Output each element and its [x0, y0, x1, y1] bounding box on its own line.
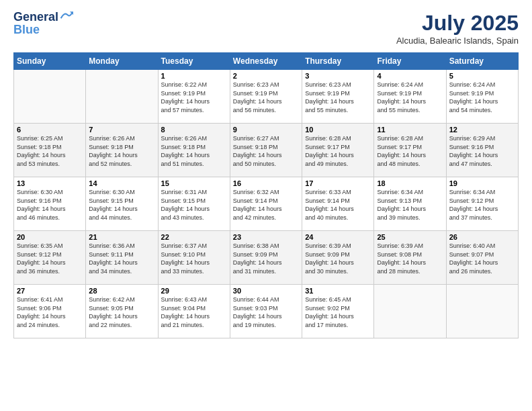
day-info: Sunrise: 6:23 AM Sunset: 9:19 PM Dayligh…	[233, 81, 299, 114]
day-info: Sunrise: 6:23 AM Sunset: 9:19 PM Dayligh…	[305, 81, 371, 114]
col-header-thursday: Thursday	[302, 53, 374, 70]
day-number: 19	[449, 179, 515, 187]
day-number: 12	[449, 126, 515, 134]
day-info: Sunrise: 6:24 AM Sunset: 9:19 PM Dayligh…	[449, 81, 515, 114]
day-info: Sunrise: 6:32 AM Sunset: 9:14 PM Dayligh…	[233, 188, 299, 222]
day-number: 4	[377, 72, 443, 80]
calendar-cell: 25Sunrise: 6:39 AM Sunset: 9:08 PM Dayli…	[374, 231, 446, 285]
day-number: 25	[377, 233, 443, 241]
calendar-cell: 31Sunrise: 6:45 AM Sunset: 9:02 PM Dayli…	[302, 285, 374, 338]
calendar-cell: 8Sunrise: 6:26 AM Sunset: 9:18 PM Daylig…	[158, 124, 230, 177]
day-info: Sunrise: 6:25 AM Sunset: 9:18 PM Dayligh…	[17, 134, 83, 168]
subtitle: Alcudia, Balearic Islands, Spain	[396, 36, 519, 46]
calendar-cell: 6Sunrise: 6:25 AM Sunset: 9:18 PM Daylig…	[14, 124, 86, 177]
day-info: Sunrise: 6:44 AM Sunset: 9:03 PM Dayligh…	[233, 295, 299, 329]
main-title: July 2025	[396, 11, 519, 36]
calendar-cell: 7Sunrise: 6:26 AM Sunset: 9:18 PM Daylig…	[86, 124, 158, 177]
logo: General Blue	[13, 11, 73, 37]
day-info: Sunrise: 6:34 AM Sunset: 9:13 PM Dayligh…	[377, 188, 443, 222]
calendar-cell: 16Sunrise: 6:32 AM Sunset: 9:14 PM Dayli…	[230, 177, 302, 231]
calendar-cell: 29Sunrise: 6:43 AM Sunset: 9:04 PM Dayli…	[158, 285, 230, 338]
calendar-cell: 20Sunrise: 6:35 AM Sunset: 9:12 PM Dayli…	[14, 231, 86, 285]
day-number: 31	[305, 287, 371, 295]
calendar-week-1: 1Sunrise: 6:22 AM Sunset: 9:19 PM Daylig…	[14, 70, 519, 124]
day-info: Sunrise: 6:35 AM Sunset: 9:12 PM Dayligh…	[17, 242, 83, 275]
day-info: Sunrise: 6:28 AM Sunset: 9:17 PM Dayligh…	[377, 134, 443, 168]
calendar-cell: 27Sunrise: 6:41 AM Sunset: 9:06 PM Dayli…	[14, 285, 86, 338]
day-number: 16	[233, 179, 299, 187]
day-info: Sunrise: 6:31 AM Sunset: 9:15 PM Dayligh…	[161, 188, 227, 222]
day-number: 13	[17, 179, 83, 187]
day-number: 30	[233, 287, 299, 295]
day-number: 22	[161, 233, 227, 241]
day-info: Sunrise: 6:45 AM Sunset: 9:02 PM Dayligh…	[305, 295, 371, 329]
calendar-cell: 1Sunrise: 6:22 AM Sunset: 9:19 PM Daylig…	[158, 70, 230, 124]
day-info: Sunrise: 6:42 AM Sunset: 9:05 PM Dayligh…	[89, 295, 154, 329]
day-info: Sunrise: 6:34 AM Sunset: 9:12 PM Dayligh…	[449, 188, 515, 222]
calendar-cell: 9Sunrise: 6:27 AM Sunset: 9:18 PM Daylig…	[230, 124, 302, 177]
page: General Blue July 2025 Alcudia, Balearic…	[0, 0, 532, 411]
day-number: 23	[233, 233, 299, 241]
calendar-week-2: 6Sunrise: 6:25 AM Sunset: 9:18 PM Daylig…	[14, 124, 519, 177]
day-number: 7	[89, 126, 154, 134]
calendar-cell: 21Sunrise: 6:36 AM Sunset: 9:11 PM Dayli…	[86, 231, 158, 285]
calendar-cell: 19Sunrise: 6:34 AM Sunset: 9:12 PM Dayli…	[446, 177, 518, 231]
calendar-cell: 11Sunrise: 6:28 AM Sunset: 9:17 PM Dayli…	[374, 124, 446, 177]
day-info: Sunrise: 6:39 AM Sunset: 9:08 PM Dayligh…	[377, 242, 443, 275]
calendar-week-3: 13Sunrise: 6:30 AM Sunset: 9:16 PM Dayli…	[14, 177, 519, 231]
day-number: 27	[17, 287, 83, 295]
calendar-cell: 12Sunrise: 6:29 AM Sunset: 9:16 PM Dayli…	[446, 124, 518, 177]
calendar-cell: 30Sunrise: 6:44 AM Sunset: 9:03 PM Dayli…	[230, 285, 302, 338]
col-header-wednesday: Wednesday	[230, 53, 302, 70]
logo-blue: Blue	[13, 23, 73, 37]
col-header-sunday: Sunday	[14, 53, 86, 70]
calendar-cell: 10Sunrise: 6:28 AM Sunset: 9:17 PM Dayli…	[302, 124, 374, 177]
day-info: Sunrise: 6:43 AM Sunset: 9:04 PM Dayligh…	[161, 295, 227, 329]
calendar-cell: 15Sunrise: 6:31 AM Sunset: 9:15 PM Dayli…	[158, 177, 230, 231]
calendar-cell: 23Sunrise: 6:38 AM Sunset: 9:09 PM Dayli…	[230, 231, 302, 285]
day-info: Sunrise: 6:30 AM Sunset: 9:16 PM Dayligh…	[17, 188, 83, 222]
day-info: Sunrise: 6:26 AM Sunset: 9:18 PM Dayligh…	[161, 134, 227, 168]
day-number: 6	[17, 126, 83, 134]
day-number: 24	[305, 233, 371, 241]
day-info: Sunrise: 6:27 AM Sunset: 9:18 PM Dayligh…	[233, 134, 299, 168]
day-info: Sunrise: 6:38 AM Sunset: 9:09 PM Dayligh…	[233, 242, 299, 275]
title-block: July 2025 Alcudia, Balearic Islands, Spa…	[396, 11, 519, 46]
day-info: Sunrise: 6:26 AM Sunset: 9:18 PM Dayligh…	[89, 134, 154, 168]
calendar-cell: 24Sunrise: 6:39 AM Sunset: 9:09 PM Dayli…	[302, 231, 374, 285]
day-number: 2	[233, 72, 299, 80]
day-number: 17	[305, 179, 371, 187]
day-info: Sunrise: 6:41 AM Sunset: 9:06 PM Dayligh…	[17, 295, 83, 329]
day-info: Sunrise: 6:24 AM Sunset: 9:19 PM Dayligh…	[377, 81, 443, 114]
logo-icon	[60, 9, 73, 23]
col-header-friday: Friday	[374, 53, 446, 70]
calendar-cell: 26Sunrise: 6:40 AM Sunset: 9:07 PM Dayli…	[446, 231, 518, 285]
day-info: Sunrise: 6:40 AM Sunset: 9:07 PM Dayligh…	[449, 242, 515, 275]
calendar-header-row: SundayMondayTuesdayWednesdayThursdayFrid…	[14, 53, 519, 70]
day-info: Sunrise: 6:22 AM Sunset: 9:19 PM Dayligh…	[161, 81, 227, 114]
calendar-cell: 2Sunrise: 6:23 AM Sunset: 9:19 PM Daylig…	[230, 70, 302, 124]
day-number: 15	[161, 179, 227, 187]
day-info: Sunrise: 6:39 AM Sunset: 9:09 PM Dayligh…	[305, 242, 371, 275]
day-number: 20	[17, 233, 83, 241]
day-number: 14	[89, 179, 154, 187]
day-number: 11	[377, 126, 443, 134]
day-number: 28	[89, 287, 154, 295]
calendar-week-4: 20Sunrise: 6:35 AM Sunset: 9:12 PM Dayli…	[14, 231, 519, 285]
col-header-saturday: Saturday	[446, 53, 518, 70]
day-info: Sunrise: 6:29 AM Sunset: 9:16 PM Dayligh…	[449, 134, 515, 168]
col-header-monday: Monday	[86, 53, 158, 70]
calendar-cell: 13Sunrise: 6:30 AM Sunset: 9:16 PM Dayli…	[14, 177, 86, 231]
day-number: 29	[161, 287, 227, 295]
day-info: Sunrise: 6:36 AM Sunset: 9:11 PM Dayligh…	[89, 242, 154, 275]
day-number: 3	[305, 72, 371, 80]
day-number: 26	[449, 233, 515, 241]
calendar-cell: 14Sunrise: 6:30 AM Sunset: 9:15 PM Dayli…	[86, 177, 158, 231]
day-number: 8	[161, 126, 227, 134]
day-info: Sunrise: 6:28 AM Sunset: 9:17 PM Dayligh…	[305, 134, 371, 168]
calendar: SundayMondayTuesdayWednesdayThursdayFrid…	[13, 52, 519, 338]
calendar-cell: 3Sunrise: 6:23 AM Sunset: 9:19 PM Daylig…	[302, 70, 374, 124]
logo-text: General	[13, 11, 58, 24]
day-number: 18	[377, 179, 443, 187]
calendar-cell: 22Sunrise: 6:37 AM Sunset: 9:10 PM Dayli…	[158, 231, 230, 285]
